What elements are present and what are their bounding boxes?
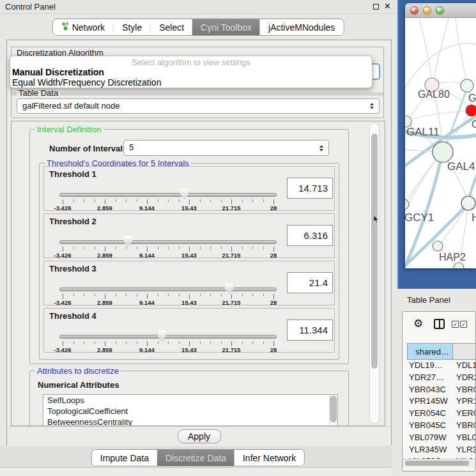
column-header-name[interactable]: name — [452, 343, 476, 360]
network-window-frame: GAL80GACGAL11GAL4GCY1HHAP2 — [397, 0, 476, 289]
horizontal-scrollbar-thumb[interactable] — [405, 461, 469, 466]
table-data-title: Table Data — [17, 88, 60, 98]
cell-name: YBR0 — [452, 384, 476, 396]
tick-mark — [263, 341, 264, 344]
slider-thumb[interactable] — [158, 330, 166, 341]
table-row[interactable]: YDL19…YDL1 — [407, 360, 476, 372]
network-graph: GAL80GACGAL11GAL4GCY1HHAP2 — [405, 18, 476, 268]
network-edge[interactable] — [433, 18, 450, 82]
tick-mark — [147, 341, 148, 346]
tab-impute-data[interactable]: Impute Data — [92, 450, 157, 466]
numerical-attributes-list[interactable]: SelfLoopsTopologicalCoefficientBetweenne… — [43, 394, 338, 426]
tick-mark — [116, 247, 116, 249]
node-label: HAP2 — [439, 252, 466, 263]
tab-style[interactable]: Style — [114, 19, 150, 35]
panel-scrollbar-track[interactable] — [369, 123, 380, 424]
tick-mark — [200, 247, 201, 249]
table-row[interactable]: YDR27…YDR2 — [407, 372, 476, 384]
tab-label: jActiveMNodules — [268, 22, 335, 33]
dropdown-option-equal-width-frequency-discretization[interactable]: Equal Width/Frequency Discretization — [10, 77, 372, 88]
tick-mark — [158, 341, 158, 344]
tab-network[interactable]: Network — [53, 19, 113, 35]
network-edge[interactable] — [418, 18, 432, 84]
slider-thumb[interactable] — [225, 283, 233, 294]
float-window-icon[interactable] — [373, 4, 379, 10]
list-item[interactable]: TopologicalCoefficient — [43, 406, 337, 417]
horizontal-scrollbar-track[interactable] — [403, 459, 475, 467]
close-traffic-light-icon[interactable] — [410, 6, 418, 15]
interval-definition-group: Interval Definition Number of Intervals … — [29, 129, 349, 364]
tick-mark — [84, 247, 84, 249]
threshold-value-field[interactable]: 14.713 — [287, 178, 333, 199]
tab-select[interactable]: Select — [151, 19, 192, 35]
network-node-c[interactable] — [466, 105, 476, 116]
list-scrollbar-track[interactable] — [329, 395, 337, 426]
tab-cyni-toolbox[interactable]: Cyni Toolbox — [192, 19, 260, 35]
network-node-unnamed[interactable] — [454, 263, 464, 268]
cell-name: YPR1 — [452, 395, 476, 408]
node-label: GAL4 — [447, 160, 475, 173]
network-node-h[interactable] — [461, 196, 475, 210]
network-node-hap2[interactable] — [433, 241, 443, 251]
table-row[interactable]: YBL079WYBL0 — [407, 432, 476, 444]
list-scrollbar-thumb[interactable] — [330, 395, 337, 422]
dropdown-options: Manual DiscretizationEqual Width/Frequen… — [10, 67, 372, 88]
node-label: GAL11 — [406, 126, 440, 138]
column-header-shared-name[interactable]: shared… — [407, 343, 452, 360]
discretize-scroll-panel: Interval Definition Number of Intervals … — [11, 121, 385, 426]
control-panel-titlebar: Control Panel ✕ — [0, 0, 396, 14]
list-item[interactable]: BetweennessCentrality — [43, 417, 337, 426]
panel-scrollbar-thumb[interactable] — [371, 134, 378, 369]
table-panel-title: Table Panel — [407, 295, 450, 305]
dropdown-option-manual-discretization[interactable]: Manual Discretization — [10, 67, 372, 77]
tick-mark — [147, 247, 148, 252]
table-row[interactable]: YBR043CYBR0 — [407, 384, 476, 396]
attributes-group-title: Attributes to discretize — [35, 366, 121, 376]
split-view-icon[interactable] — [434, 319, 445, 329]
minimize-traffic-light-icon[interactable] — [423, 6, 431, 15]
tick-mark — [242, 294, 243, 296]
slider-thumb[interactable] — [180, 188, 188, 199]
network-node-gal4[interactable] — [433, 142, 453, 162]
gear-icon[interactable]: ⚙ — [413, 317, 423, 330]
network-node-gcy1[interactable] — [405, 199, 409, 210]
threshold-value-field[interactable]: 21.4 — [287, 272, 333, 293]
network-canvas[interactable]: GAL80GACGAL11GAL4GCY1HHAP2 — [405, 18, 476, 268]
tick-mark — [221, 247, 222, 249]
table-row[interactable]: YBR045CYBR0 — [407, 420, 476, 432]
tick-label: 28 — [270, 252, 277, 259]
tick-mark — [221, 294, 222, 296]
network-node-g[interactable] — [461, 79, 473, 92]
tab-discretize-data[interactable]: Discretize Data — [157, 450, 234, 466]
tick-mark — [242, 247, 243, 249]
cell-shared-name: YBL079W — [407, 432, 452, 444]
checkbox-checked-icon[interactable]: ✓ — [460, 321, 467, 328]
number-of-intervals-combobox[interactable]: 5 — [123, 140, 329, 156]
tick-label: 2.859 — [97, 252, 112, 259]
tab-infer-network[interactable]: Infer Network — [234, 450, 304, 466]
table-row[interactable]: YLR345WYLR3 — [407, 444, 476, 456]
tick-mark — [231, 294, 232, 299]
tick-label: 21.715 — [222, 299, 240, 306]
tick-mark — [252, 247, 253, 249]
checkbox-checked-icon[interactable]: ✓ — [452, 321, 459, 328]
apply-button[interactable]: Apply — [178, 429, 221, 443]
table-panel: ⚙ ✓ ✓ shared… name YDL19…YDL1YDR27…YDR2Y… — [402, 311, 476, 472]
threshold-value-field[interactable]: 6.316 — [287, 225, 333, 246]
tick-mark — [231, 341, 232, 346]
screen: Control Panel ✕ NetworkStyleSelectCyni T… — [0, 0, 476, 476]
zoom-traffic-light-icon[interactable] — [436, 6, 444, 15]
table-row[interactable]: YPR145WYPR1 — [407, 395, 476, 408]
list-item[interactable]: SelfLoops — [43, 395, 337, 406]
tick-mark — [179, 247, 180, 249]
tick-mark — [168, 294, 169, 296]
tick-mark — [147, 294, 148, 299]
table-data-combobox[interactable]: galFiltered.sif default node — [17, 98, 380, 114]
tab-jactivemnodules[interactable]: jActiveMNodules — [260, 19, 343, 35]
network-edge[interactable] — [455, 18, 467, 84]
threshold-value-field[interactable]: 11.344 — [287, 319, 333, 341]
close-icon[interactable]: ✕ — [384, 1, 391, 11]
slider-thumb[interactable] — [124, 236, 132, 247]
table-row[interactable]: YER054CYER0 — [407, 408, 476, 420]
tick-mark — [273, 294, 274, 299]
